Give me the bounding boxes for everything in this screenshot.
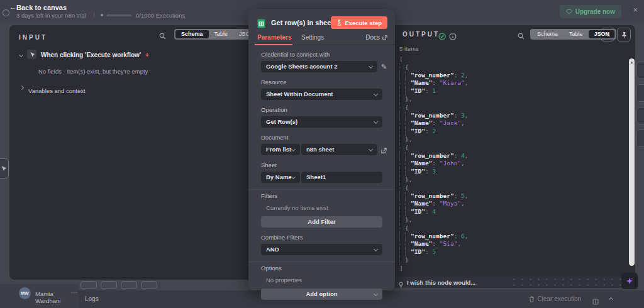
tab-schema[interactable]: Schema — [531, 30, 564, 38]
operation-label: Operation — [261, 106, 382, 113]
pin-data-button[interactable] — [617, 28, 631, 41]
json-line: { — [399, 224, 626, 233]
docs-link[interactable]: Docs — [365, 34, 387, 41]
json-line: "ID": 5 — [399, 248, 626, 256]
json-line: "row_number": 2, — [399, 72, 626, 80]
back-to-canvas-link[interactable]: Back to canvas — [16, 4, 67, 11]
right-edge-button[interactable] — [636, 62, 644, 79]
filters-empty-text: Currently no items exist — [266, 204, 382, 211]
canvas-zoom-button[interactable] — [121, 281, 137, 289]
json-line: { — [399, 63, 626, 72]
canvas-zoom-button[interactable] — [101, 281, 117, 289]
json-line: "row_number": 4, — [399, 152, 626, 160]
combine-filters-select[interactable]: AND — [261, 244, 382, 255]
right-edge-button[interactable] — [636, 107, 644, 124]
json-line: }, — [399, 216, 626, 224]
canvas-zoom-button[interactable] — [80, 281, 97, 289]
success-check-icon — [438, 30, 446, 41]
trigger-node-label[interactable]: When clicking 'Execute workflow' — [41, 52, 141, 58]
right-edge-button[interactable] — [636, 129, 644, 147]
json-line: { — [399, 184, 626, 192]
execute-step-label: Execute step — [345, 19, 382, 26]
canvas-zoom-button[interactable] — [141, 281, 157, 289]
json-line: "Name": "Maya", — [399, 200, 626, 208]
chevron-down-icon — [369, 64, 373, 69]
tab-table[interactable]: Table — [209, 30, 234, 38]
search-icon[interactable] — [518, 30, 525, 41]
json-line: "ID": 3 — [399, 168, 626, 176]
edit-credential-icon[interactable]: ✎ — [381, 63, 387, 71]
divider — [248, 189, 395, 190]
chevron-right-icon[interactable] — [19, 85, 24, 90]
add-filter-button[interactable]: Add Filter — [261, 216, 382, 228]
tab-parameters[interactable]: Parameters — [257, 34, 291, 41]
json-line: "Name": "Jack", — [399, 119, 626, 128]
right-edge-button[interactable] — [636, 84, 644, 102]
output-scrollbar[interactable]: ▲ — [629, 58, 635, 266]
json-line: }, — [399, 136, 626, 144]
json-line: } — [399, 256, 626, 265]
close-banner-icon[interactable]: × — [633, 5, 638, 14]
logs-toggle[interactable]: Logs — [85, 295, 99, 302]
sheet-name-input[interactable] — [301, 172, 382, 183]
tab-settings[interactable]: Settings — [301, 34, 324, 41]
user-menu-icon[interactable]: ⋯ — [71, 289, 77, 296]
pencil-icon: ✎ — [604, 31, 610, 39]
chevron-down-icon — [291, 175, 296, 179]
chevron-down-icon — [374, 247, 378, 251]
resource-select[interactable]: Sheet Within Document — [261, 89, 382, 100]
upgrade-label: Upgrade now — [575, 8, 615, 15]
avatar[interactable]: MW — [19, 287, 31, 299]
output-panel-title: OUTPUT — [402, 31, 440, 38]
json-line: "ID": 1 — [399, 87, 626, 96]
operation-select[interactable]: Get Row(s) — [261, 116, 382, 128]
ai-assistant-button[interactable] — [621, 273, 638, 289]
tab-schema[interactable]: Schema — [175, 30, 209, 38]
input-panel-title: INPUT — [19, 34, 47, 41]
divider — [248, 261, 395, 262]
chevron-down-icon[interactable] — [19, 53, 23, 57]
node-detail-modal: Get row(s) in sheet Execute step Paramet… — [248, 9, 395, 290]
resource-label: Resource — [261, 79, 382, 85]
execute-step-button[interactable]: Execute step — [331, 16, 387, 29]
open-document-icon[interactable] — [381, 146, 387, 153]
clear-execution-button[interactable]: Clear execution — [529, 295, 581, 302]
json-line: ] — [399, 265, 626, 273]
operation-value: Get Row(s) — [266, 118, 297, 125]
google-sheets-icon — [257, 18, 265, 29]
sheet-mode-select[interactable]: By Name — [261, 172, 300, 183]
add-option-button[interactable]: Add option — [261, 289, 382, 300]
search-icon[interactable] — [159, 30, 166, 41]
filters-label: Filters — [261, 192, 382, 199]
edit-output-button[interactable]: ✎ — [601, 28, 614, 41]
back-arrow-icon: ← — [9, 3, 16, 11]
sparkle-icon — [625, 277, 634, 285]
left-edge-button[interactable] — [0, 158, 9, 179]
cursor-icon — [1, 165, 6, 172]
node-title: Get row(s) in sheet — [271, 19, 333, 26]
json-line: }, — [399, 96, 626, 104]
document-mode-select[interactable]: From list — [261, 144, 300, 155]
document-mode-value: From list — [266, 146, 291, 153]
trash-icon — [529, 296, 535, 302]
scroll-up-icon[interactable]: ▲ — [629, 60, 635, 65]
external-link-icon — [382, 35, 387, 40]
variables-context-toggle[interactable]: Variables and context — [28, 87, 86, 94]
document-select[interactable]: n8n sheet — [301, 144, 377, 155]
popout-icon[interactable] — [592, 295, 599, 307]
credential-label: Credential to connect with — [261, 51, 382, 58]
credential-select[interactable]: Google Sheets account 2 — [261, 61, 377, 72]
trigger-plus-icon: + — [145, 52, 149, 58]
wish-input-prompt[interactable]: I wish this node would... — [407, 279, 475, 286]
collapse-logs-icon[interactable] — [609, 297, 613, 302]
json-line: { — [399, 104, 626, 112]
json-line: "Name": "Sia", — [399, 240, 626, 248]
json-line: }, — [399, 176, 626, 184]
add-filter-label: Add Filter — [308, 218, 335, 225]
tab-table[interactable]: Table — [564, 30, 589, 38]
upgrade-button[interactable]: Upgrade now — [560, 5, 621, 18]
cursor-icon — [30, 52, 35, 58]
document-label: Document — [261, 134, 382, 141]
info-icon[interactable] — [449, 30, 457, 41]
json-line: [ — [399, 55, 626, 63]
